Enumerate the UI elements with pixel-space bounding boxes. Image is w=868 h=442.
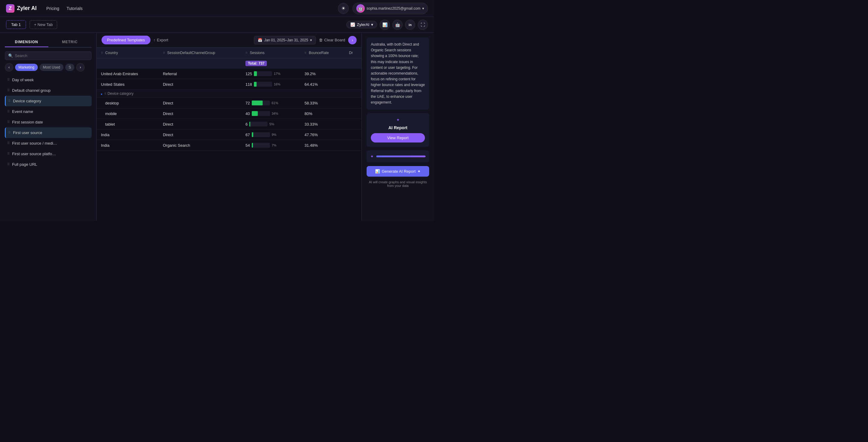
chevron-down-icon: ▾ [310,38,312,42]
sun-icon: ☀ [341,5,345,11]
filter-right-arrow[interactable]: › [76,63,85,72]
orange-icon-button[interactable]: 📊 [380,20,390,30]
email-text: sophia.martinez2025@gmail.com [367,6,421,10]
dim-item-event-name[interactable]: ⠿ Event name [5,106,92,117]
bar-wrap [252,132,270,137]
nav-links: Pricing Tutorials [46,6,83,11]
filter-most-used[interactable]: Most Used [39,64,63,71]
view-report-button[interactable]: View Report [371,133,425,142]
dr-cell [345,69,362,79]
col-country[interactable]: ⠿ Country [97,48,159,58]
bounce-cell: 58.33% [300,98,345,108]
dim-label: Event name [12,109,33,114]
col-channel[interactable]: ⠿ SessionDefaultChannelGroup [159,48,241,58]
dim-item-first-user-source-platfo[interactable]: ⠿ First user source platfo… [5,148,92,159]
tab-1-button[interactable]: Tab 1 [6,20,26,29]
device-label: desktop [105,101,154,105]
bar-container: 72 61% [245,101,296,105]
pct-text: 61% [272,101,278,105]
dim-label: First session date [12,120,43,125]
bounce-cell: 47.76% [300,130,345,140]
dim-item-default-channel[interactable]: ⠿ Default channel group [5,85,92,96]
dim-item-first-session-date[interactable]: ⠿ First session date [5,117,92,127]
theme-toggle-button[interactable]: ☀ [338,3,349,14]
fullscreen-button[interactable]: ⛶ [418,20,428,30]
dr-cell [345,98,362,108]
drag-dots-icon: ⠿ [163,51,165,55]
filter-left-arrow[interactable]: ‹ [5,63,13,72]
filter-marketing[interactable]: Marketing [15,64,38,71]
table-row: United States Direct 118 16% [97,79,362,90]
bar-wrap [252,143,270,148]
table-row-tablet: tablet Direct 6 5% [97,119,362,130]
top-nav: Z Zyler AI Pricing Tutorials ☀ 🤖 sophia.… [0,0,434,17]
channel-cell: Direct [159,108,241,119]
dim-label: Full page URL [12,162,37,167]
dim-item-day-of-week[interactable]: ⠿ Day of week [5,75,92,85]
sessions-cell: 67 9% [241,130,300,140]
pct-text: 16% [274,82,280,86]
table-row-desktop: desktop Direct 72 6 [97,98,362,108]
dim-metric-tabs: DIMENSION METRIC [5,37,92,48]
ai-report-card: ✦ AI Report View Report [367,113,429,147]
sparkle-icon: ✦ [396,117,400,122]
dim-item-full-page-url[interactable]: ⠿ Full page URL [5,159,92,170]
sessions-cell: 6 5% [241,119,300,130]
col-bounce[interactable]: ⠿ BounceRate [300,48,345,58]
drag-icon: ⠿ [7,152,10,156]
generate-ai-report-button[interactable]: 📊 Generate AI Report ✦ [367,166,429,177]
dr-cell [345,119,362,130]
country-cell: desktop [97,98,159,108]
generate-hint: AI will create graphs and visual insight… [367,180,429,188]
table-row-mobile: mobile Direct 40 34% [97,108,362,119]
predefined-templates-button[interactable]: Predefined Templates [101,36,151,44]
total-badge: Total: 737 [245,61,267,66]
pct-text: 5% [269,122,274,126]
dim-label: Day of week [12,77,34,82]
col-sessions[interactable]: ⠿ Sessions [241,48,300,58]
dim-item-device-category[interactable]: ⠿ Device category [5,96,92,106]
metric-tab[interactable]: METRIC [49,37,92,47]
export-label: Export [157,38,168,42]
robot-icon-button[interactable]: 🤖 [392,20,403,30]
col-dr[interactable]: Dr [345,48,362,58]
right-panel: Australia, with both Direct and Organic … [362,33,434,221]
channel-cell: Referral [159,69,241,79]
linkedin-icon: in [409,23,412,27]
pct-text: 9% [272,133,277,136]
data-table: ⠿ Country ⠿ SessionDefaultChannelGroup ⠿… [97,48,362,151]
search-input[interactable] [15,54,88,58]
bounce-cell: 31.48% [300,140,345,151]
clear-board-button[interactable]: 🗑 Clear Board [319,38,345,42]
dim-item-first-user-source-medi[interactable]: ⠿ First user source / medi… [5,138,92,148]
loading-bar [376,156,426,157]
channel-cell: Direct [159,79,241,90]
nav-tutorials[interactable]: Tutorials [66,6,83,11]
new-tab-button[interactable]: + New Tab [30,20,57,29]
sessions-number: 40 [245,111,250,116]
nav-pricing[interactable]: Pricing [46,6,59,11]
filter-s[interactable]: S [65,64,74,71]
user-email-button[interactable]: 🤖 sophia.martinez2025@gmail.com ▾ [352,3,428,14]
calendar-icon: 📅 [258,38,262,42]
next-arrow-button[interactable]: › [348,36,356,44]
export-button[interactable]: ↑ Export [154,38,168,42]
dim-item-first-user-source[interactable]: ⠿ First user source [5,127,92,138]
pct-text: 17% [274,72,280,75]
dimension-tab[interactable]: DIMENSION [5,37,49,47]
bounce-cell: 64.41% [300,79,345,90]
country-cell: United States [97,79,159,90]
dim-label: Device category [13,99,41,103]
bar-fill [252,111,258,116]
left-sidebar: DIMENSION METRIC 🔍 ‹ Marketing Most Used… [0,33,97,221]
date-range-picker[interactable]: 📅 Jan 01, 2025–Jan 31, 2025 ▾ [254,36,315,44]
zyler-ai-button[interactable]: 📈 ZylerAI ▾ [346,21,377,28]
bounce-cell: 39.2% [300,69,345,79]
dim-label: Default channel group [12,88,51,93]
linkedin-icon-button[interactable]: in [405,20,415,30]
channel-cell: Direct [159,119,241,130]
drag-dots-icon: ⠿ [101,51,103,55]
country-cell: India [97,140,159,151]
bar-fill [254,82,257,87]
dropdown-icon: ▾ [371,22,373,27]
